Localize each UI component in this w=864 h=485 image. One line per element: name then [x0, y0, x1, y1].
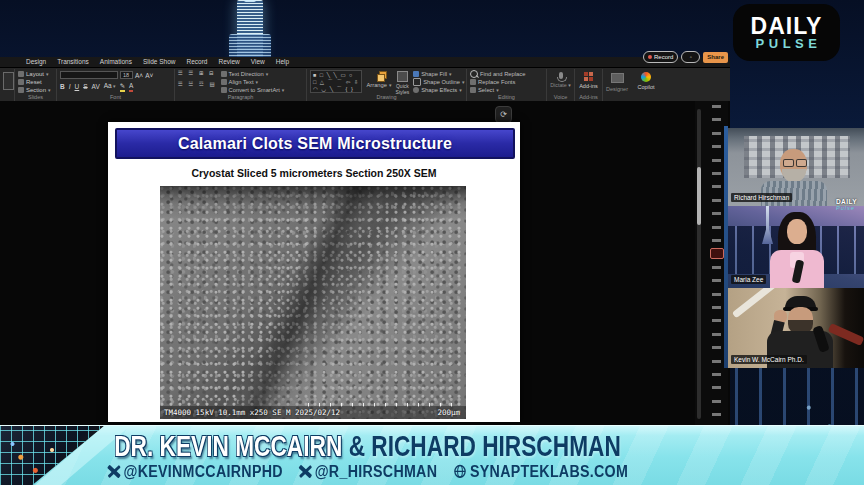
highlight-color-icon[interactable]: ✎ [120, 81, 125, 92]
font-group-label: Font [57, 94, 174, 100]
boom-arm-shape [732, 288, 777, 318]
ribbon-tab-bar: Design Transitions Animations Slide Show… [0, 57, 730, 67]
addins-group: Add-ins Add-ins [575, 69, 603, 101]
voice-group-label: Voice [547, 94, 574, 100]
watermark-daily-text: DAILY [836, 198, 864, 205]
slide-title: Calamari Clots SEM Microstructure [115, 128, 515, 159]
align-text-button[interactable]: Align Text [221, 78, 285, 86]
font-color-icon[interactable]: A [129, 81, 133, 92]
character-spacing-icon[interactable]: AV [92, 82, 100, 91]
shape-outline-button[interactable]: Shape Outline [413, 78, 464, 86]
addins-button[interactable]: Add-ins [578, 83, 599, 89]
reset-button[interactable]: Reset [18, 78, 53, 86]
sem-caption-text: TM4000 15kV 10.1mm x250 SE M 2025/02/12 [164, 408, 340, 417]
shape-fill-icon [413, 71, 419, 77]
copilot-icon [641, 72, 651, 82]
paragraph-group: ☰ ☰ ⊞ ⊟ ☰ ☱ ☲ ▤ Text Direction Align Tex… [175, 69, 307, 101]
powerpoint-window: Design Transitions Animations Slide Show… [0, 57, 730, 432]
record-button[interactable]: Record [643, 51, 678, 63]
search-icon [470, 70, 478, 78]
presentation-slide[interactable]: Calamari Clots SEM Microstructure Cryost… [108, 122, 520, 422]
paragraph-icons-row2[interactable]: ☰ ☱ ☲ ▤ [178, 81, 217, 88]
section-button[interactable]: Section [18, 86, 53, 94]
ribbon-tab-review[interactable]: Review [218, 57, 239, 67]
globe-icon [453, 464, 466, 479]
participant-name-label: Kevin W. McCairn Ph.D. [731, 355, 807, 364]
titlebar-small-button[interactable]: ◦ [681, 51, 700, 63]
ribbon-tab-slideshow[interactable]: Slide Show [143, 57, 176, 67]
text-direction-icon [221, 71, 227, 77]
quick-styles-icon [397, 71, 408, 82]
shape-fill-button[interactable]: Shape Fill [413, 70, 464, 78]
toolbar-icon-column[interactable] [712, 105, 721, 427]
strikethrough-icon[interactable]: S [83, 82, 87, 91]
reset-icon [18, 79, 24, 85]
select-button[interactable]: Select [470, 86, 543, 94]
ribbon-tab-help[interactable]: Help [276, 57, 289, 67]
banner-name-secondary: & RICHARD HIRSCHMAN [349, 429, 621, 463]
font-name-combobox[interactable] [60, 71, 118, 79]
banner-handles-line: @KEVINMCCAIRNPHD @R_HIRSCHMAN SYNAPTEKLA… [39, 462, 698, 481]
grow-font-icon[interactable]: A˄ [135, 71, 143, 80]
mic-arm-shape [828, 323, 864, 346]
addins-icon[interactable] [584, 72, 593, 81]
convert-smartart-button[interactable]: Convert to SmartArt [221, 86, 285, 94]
share-button[interactable]: Share [703, 52, 728, 63]
slides-group-label: Slides [15, 94, 56, 100]
layout-button[interactable]: Layout [18, 70, 53, 78]
change-case-icon[interactable]: Aa [104, 81, 116, 91]
new-slide-group [0, 69, 15, 101]
slide-subtitle: Cryostat Sliced 5 micrometers Section 25… [108, 167, 520, 179]
find-replace-button[interactable]: Find and Replace [470, 70, 543, 78]
text-direction-button[interactable]: Text Direction [221, 70, 285, 78]
dictate-microphone-icon[interactable] [559, 72, 563, 79]
slide-rotate-icon[interactable]: ⟳ [495, 106, 512, 123]
lower-third-banner: DR. KEVIN MCCAIRN & RICHARD HIRSCHMAN @K… [0, 425, 864, 485]
editing-group: Find and Replace Replace Fonts Select Ed… [467, 69, 547, 101]
ribbon-tab-record[interactable]: Record [186, 57, 207, 67]
shrink-font-icon[interactable]: A˅ [145, 71, 153, 80]
drawing-group-label: Drawing [307, 94, 466, 100]
scrollbar-thumb[interactable] [697, 167, 701, 225]
shapes-gallery[interactable]: ■ □ ╲ ╲ ▭ ○ □ △ ⌒ ⌒ ⇦ ⇩ ◠ ◡ ╲ ⌒ { } [310, 70, 362, 93]
highlighted-toolbar-icon[interactable] [710, 248, 724, 259]
dictate-label[interactable]: Dictate [550, 82, 571, 88]
underline-icon[interactable]: U [75, 82, 80, 91]
font-size-combobox[interactable]: 18 [120, 71, 133, 79]
skyscraper-silhouette [237, 0, 263, 58]
editing-group-label: Editing [467, 94, 546, 100]
designer-button[interactable]: Designer [603, 69, 631, 101]
ribbon-tab-animations[interactable]: Animations [100, 57, 132, 67]
paragraph-icons-row1[interactable]: ☰ ☰ ⊞ ⊟ [178, 70, 217, 77]
smartart-icon [221, 87, 227, 93]
banner-handle-1: @KEVINMCCAIRNPHD [123, 462, 282, 480]
ribbon-tab-transitions[interactable]: Transitions [57, 57, 89, 67]
replace-fonts-button[interactable]: Replace Fonts [470, 78, 543, 86]
titlebar-buttons: Record ◦ Share [643, 51, 728, 63]
slides-group: Layout Reset Section Slides [15, 69, 57, 101]
ribbon-tab-view[interactable]: View [251, 57, 265, 67]
skyscraper-backdrop [766, 206, 769, 244]
quick-styles-button[interactable]: Quick Styles [396, 70, 410, 93]
participant-video-maria[interactable]: Maria Zee [728, 206, 864, 288]
copilot-button[interactable]: Copilot [631, 69, 661, 101]
select-icon [470, 87, 476, 93]
participant-name-label: Richard Hirschman [731, 193, 792, 202]
scrollbar-track[interactable] [697, 109, 701, 419]
ribbon-tab-design[interactable]: Design [26, 57, 46, 67]
align-text-icon [221, 79, 227, 85]
italic-icon[interactable]: I [69, 82, 71, 91]
section-icon [18, 87, 24, 93]
x-twitter-icon [299, 465, 311, 477]
banner-website: SYNAPTEKLABS.COM [470, 462, 628, 480]
shape-effects-button[interactable]: Shape Effects [413, 86, 464, 94]
participant-video-kevin[interactable]: Kevin W. McCairn Ph.D. [728, 288, 864, 368]
new-slide-icon[interactable] [3, 72, 14, 90]
addins-group-label: Add-ins [575, 94, 602, 100]
participant-video-richard[interactable]: Richard Hirschman [728, 128, 864, 206]
slide-canvas-area: ⟳ Calamari Clots SEM Microstructure Cryo… [0, 101, 730, 432]
bold-icon[interactable]: B [60, 82, 65, 91]
arrange-button[interactable]: Arrange [366, 70, 391, 93]
watermark-pulse-text: Pulse [836, 205, 864, 212]
logo-daily-text: DAILY [751, 15, 823, 37]
